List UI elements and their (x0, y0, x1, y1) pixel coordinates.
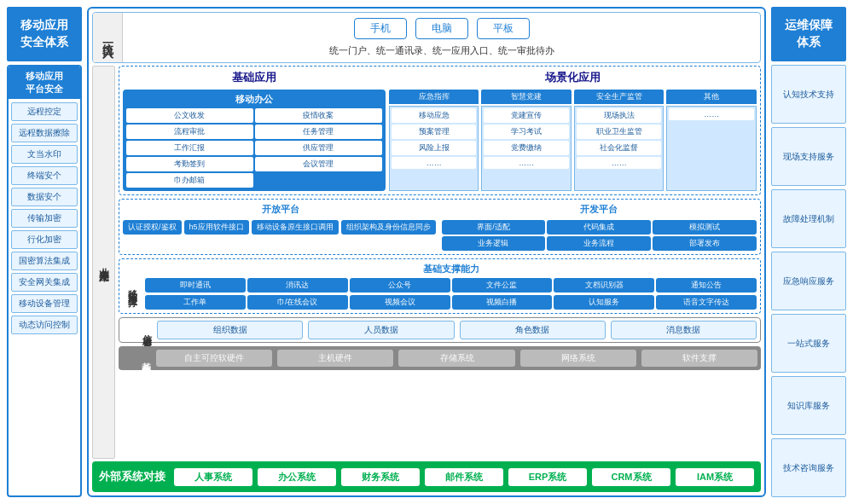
info-item: 消息数据 (611, 321, 757, 339)
basic-app-section: 基础应用 移动办公 公文收发疫情收案流程审批任务管理工作汇报供应管理考勤签到会议… (123, 70, 386, 191)
left-security-item: 文当水印 (11, 145, 78, 164)
external-item: IAM系统 (676, 468, 754, 486)
left-security-box: 移动应用 平台安全 远程控定远程数据擦除文当水印终端安个数据安个传输加密行化加密… (7, 65, 82, 497)
base-item: 网络系统 (520, 350, 636, 367)
dev-platform-item: 部署发布 (653, 236, 757, 251)
scenario-item: 现场执法 (577, 108, 662, 123)
business-content: 基础应用 移动办公 公文收发疫情收案流程审批任务管理工作汇报供应管理考勤签到会议… (119, 66, 761, 459)
open-platform-title: 开放平台 (123, 203, 438, 216)
right-item: 故障处理机制 (771, 189, 846, 248)
unified-desc: 统一门户、统一通讯录、统一应用入口、统一审批待办 (131, 44, 751, 57)
support-item: 认知服务 (554, 295, 654, 310)
scenario-item: 职业卫生监管 (577, 125, 662, 139)
mobile-support-section: 移动应用支撑 基础支撑能力 即时通讯消讯达公众号文件公监文档识别器通知公告 工作… (119, 258, 761, 314)
support-item: 巾/在线会议 (247, 295, 348, 310)
left-security-items: 远程控定远程数据擦除文当水印终端安个数据安个传输加密行化加密国密算法集成安全网关… (9, 99, 80, 495)
scenario-item: 风险上报 (392, 141, 477, 155)
support-item: 语音文字传达 (656, 295, 757, 310)
dev-platform-item: 业务逻辑 (442, 236, 546, 251)
unified-btn[interactable]: 手机 (354, 18, 407, 39)
base-items: 自主可控软硬件主机硬件存储系统网络系统软件支撑 (156, 350, 757, 367)
right-sidebar: 运维保障 体系 认知技术支持现场支持服务故障处理机制应急响应服务一站式服务知识库… (771, 7, 846, 497)
dev-platform: 开发平台 界面/适配代码集成模拟测试业务逻辑业务流程部署发布 (442, 203, 757, 251)
base-item: 软件支撑 (641, 350, 757, 367)
scenario-item: 预案管理 (392, 125, 477, 139)
platform-row: 开放平台 认证授权/鉴权h5应用软件接口移动设备原生接口调用组织架构及身份信息同… (119, 199, 761, 255)
scenario-col-header: 智慧党建 (481, 90, 572, 104)
right-item: 技术咨询服务 (771, 438, 846, 497)
scenario-col-items: 移动应急预案管理风险上报…… (389, 106, 479, 191)
scenario-title: 场景化应用 (389, 70, 757, 85)
external-item: 邮件系统 (425, 468, 503, 486)
open-platform: 开放平台 认证授权/鉴权h5应用软件接口移动设备原生接口调用组织架构及身份信息同… (123, 203, 438, 251)
open-platform-item: 移动设备原生接口调用 (252, 220, 339, 235)
right-items: 认知技术支持现场支持服务故障处理机制应急响应服务一站式服务知识库服务技术咨询服务 (771, 65, 846, 497)
right-item: 认知技术支持 (771, 65, 846, 124)
left-security-item: 移动设备管理 (11, 294, 78, 313)
info-resources: 信息资源 组织数据人员数据角色数据消息数据 (119, 317, 761, 343)
base-item: 存储系统 (398, 350, 514, 367)
right-item: 应急响应服务 (771, 252, 846, 310)
info-item: 角色数据 (460, 321, 606, 339)
unified-content: 手机电脑平板 统一门户、统一通讯录、统一应用入口、统一审批待办 (123, 13, 760, 62)
external-systems: 外部系统对接 人事系统办公系统财务系统邮件系统ERP系统CRM系统IAM系统 (92, 461, 761, 492)
open-platform-item: h5应用软件接口 (184, 220, 249, 235)
mobile-office-item: 考勤签到 (126, 157, 253, 171)
left-security-item: 行化加密 (11, 230, 78, 249)
dev-platform-item: 界面/适配 (442, 220, 546, 235)
info-label: 信息资源 (123, 327, 154, 333)
support-item: 文档识别器 (554, 278, 654, 293)
mobile-office-item: 供应管理 (255, 141, 382, 155)
info-item: 人员数据 (308, 321, 454, 339)
dev-platform-grid: 界面/适配代码集成模拟测试业务逻辑业务流程部署发布 (442, 220, 757, 251)
scenario-col-header: 应急指挥 (389, 90, 479, 104)
support-item: 文件公监 (452, 278, 553, 293)
unified-label: 统一入口 (93, 13, 123, 62)
left-security-item: 动态访问控制 (11, 316, 78, 334)
dev-platform-title: 开发平台 (442, 203, 757, 216)
external-item: 人事系统 (174, 468, 252, 486)
middle-area: 业务应用 基础应用 移动办公 公文收发疫情收案流程审批任务管理工作汇报供应管理考… (92, 66, 761, 459)
support-row1: 即时通讯消讯达公众号文件公监文档识别器通知公告 (145, 278, 757, 293)
mobile-office-item: 会议管理 (255, 157, 382, 171)
external-item: ERP系统 (508, 468, 587, 486)
left-security-item: 传输加密 (11, 209, 78, 228)
base-label: 基础条件 (122, 355, 153, 362)
right-item: 现场支持服务 (771, 127, 846, 186)
base-item: 主机硬件 (277, 350, 393, 367)
open-platform-item: 组织架构及身份信息同步 (341, 220, 436, 235)
scenario-item: …… (577, 157, 662, 169)
left-security-item: 安全网关集成 (11, 273, 78, 292)
support-item: 消讯达 (247, 278, 348, 293)
left-sidebar: 移动应用 安全体系 移动应用 平台安全 远程控定远程数据擦除文当水印终端安个数据… (7, 7, 82, 497)
unified-buttons: 手机电脑平板 (131, 18, 751, 39)
mobile-office-item: 工作汇报 (126, 141, 253, 155)
support-inner: 基础支撑能力 即时通讯消讯达公众号文件公监文档识别器通知公告 工作单巾/在线会议… (145, 263, 757, 310)
app-row: 基础应用 移动办公 公文收发疫情收案流程审批任务管理工作汇报供应管理考勤签到会议… (119, 66, 761, 195)
right-title: 运维保障 体系 (771, 7, 846, 61)
support-item: 即时通讯 (145, 278, 246, 293)
external-item: 财务系统 (341, 468, 420, 486)
scenario-item: …… (484, 157, 569, 169)
external-items: 人事系统办公系统财务系统邮件系统ERP系统CRM系统IAM系统 (174, 468, 754, 486)
right-item: 一站式服务 (771, 314, 846, 373)
mobile-support-label: 移动应用支撑 (123, 263, 142, 310)
scenario-col-header: 其他 (666, 90, 757, 104)
external-item: CRM系统 (592, 468, 670, 486)
external-item: 办公系统 (258, 468, 336, 486)
mobile-office-item: 公文收发 (126, 108, 253, 123)
scenario-col: 应急指挥移动应急预案管理风险上报…… (389, 90, 479, 191)
scenario-col-items: 现场执法职业卫生监管社会化监督…… (574, 106, 664, 191)
scenario-inner: 应急指挥移动应急预案管理风险上报……智慧党建党建宣传学习考试党费缴纳……安全生产… (389, 90, 757, 191)
scenario-item: …… (392, 157, 477, 169)
unified-btn[interactable]: 平板 (477, 18, 530, 39)
left-security-header: 移动应用 平台安全 (9, 67, 80, 99)
mobile-office-item: 巾办邮箱 (126, 173, 253, 188)
scenario-item: 党建宣传 (484, 108, 569, 123)
scenario-item: 移动应急 (392, 108, 477, 123)
support-item: 工作单 (145, 295, 246, 310)
unified-btn[interactable]: 电脑 (415, 18, 468, 39)
base-conditions: 基础条件 自主可控软硬件主机硬件存储系统网络系统软件支撑 (119, 346, 761, 370)
unified-entrance: 统一入口 手机电脑平板 统一门户、统一通讯录、统一应用入口、统一审批待办 (92, 12, 761, 63)
scenario-col: 安全生产监管现场执法职业卫生监管社会化监督…… (574, 90, 664, 191)
